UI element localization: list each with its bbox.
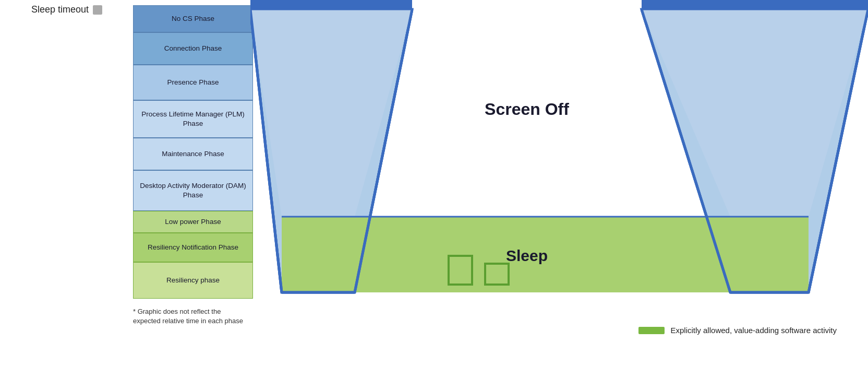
screen-off-label: Screen Off (485, 100, 569, 119)
phase-item-resnotif: Resiliency Notification Phase (133, 233, 253, 262)
cs-diagram: Screen Off Sleep (250, 0, 868, 366)
sleep-label: Sleep (506, 247, 548, 264)
legend-label: Explicitly allowed, value-adding softwar… (671, 326, 837, 335)
svg-rect-21 (642, 0, 868, 9)
legend-bar (638, 327, 665, 334)
svg-marker-6 (730, 217, 809, 292)
phase-item-connection: Connection Phase (133, 32, 253, 65)
svg-rect-20 (250, 0, 412, 9)
sleep-timeout-icon (93, 5, 102, 15)
phase-item-lowpower: Low power Phase (133, 211, 253, 233)
legend: Explicitly allowed, value-adding softwar… (638, 326, 837, 335)
sleep-timeout-header: Sleep timeout (31, 4, 102, 15)
sleep-timeout-label: Sleep timeout (31, 4, 89, 15)
phase-list: No CS PhaseConnection PhasePresence Phas… (133, 5, 253, 299)
phase-item-resiliency: Resiliency phase (133, 262, 253, 299)
phase-item-plm: Process Lifetime Manager (PLM) Phase (133, 100, 253, 138)
phase-item-no-cs: No CS Phase (133, 5, 253, 32)
phase-item-dam: Desktop Activity Moderator (DAM) Phase (133, 170, 253, 211)
phase-item-maintenance: Maintenance Phase (133, 138, 253, 170)
footnote: * Graphic does not reflect the expected … (133, 307, 248, 326)
phase-item-presence: Presence Phase (133, 65, 253, 100)
page-container: Sleep timeout No CS PhaseConnection Phas… (0, 0, 868, 366)
svg-marker-5 (282, 217, 355, 292)
